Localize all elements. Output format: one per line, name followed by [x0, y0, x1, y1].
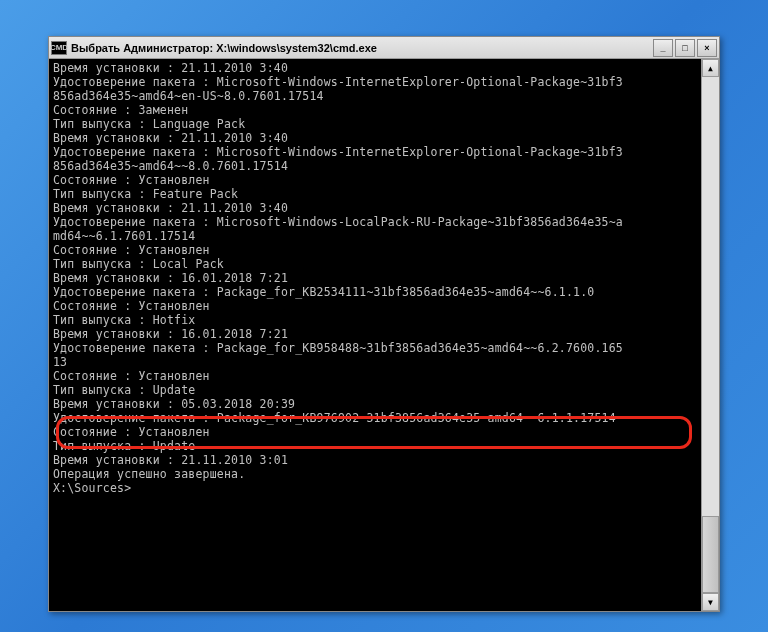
terminal-line: 13: [53, 355, 697, 369]
terminal-line: Время установки : 21.11.2010 3:40: [53, 61, 697, 75]
terminal-line: 856ad364e35~amd64~~8.0.7601.17514: [53, 159, 697, 173]
scroll-down-button[interactable]: ▼: [702, 593, 719, 611]
terminal-line: Удостоверение пакета : Package_for_KB958…: [53, 341, 697, 355]
terminal-line: Удостоверение пакета : Microsoft-Windows…: [53, 215, 697, 229]
terminal-line: Тип выпуска : Local Pack: [53, 257, 697, 271]
window-title: Выбрать Администратор: X:\windows\system…: [71, 42, 653, 54]
terminal-output[interactable]: Время установки : 21.11.2010 3:40Удостов…: [49, 59, 701, 611]
scroll-track[interactable]: [702, 77, 719, 593]
terminal-area: Время установки : 21.11.2010 3:40Удостов…: [49, 59, 719, 611]
terminal-line: Время установки : 16.01.2018 7:21: [53, 271, 697, 285]
scrollbar[interactable]: ▲ ▼: [701, 59, 719, 611]
terminal-line: Время установки : 21.11.2010 3:01: [53, 453, 697, 467]
scroll-up-button[interactable]: ▲: [702, 59, 719, 77]
terminal-line: md64~~6.1.7601.17514: [53, 229, 697, 243]
terminal-line: Время установки : 21.11.2010 3:40: [53, 131, 697, 145]
terminal-line: Время установки : 21.11.2010 3:40: [53, 201, 697, 215]
terminal-line: Удостоверение пакета : Microsoft-Windows…: [53, 75, 697, 89]
terminal-line: Состояние : Заменен: [53, 103, 697, 117]
terminal-line: Тип выпуска : Language Pack: [53, 117, 697, 131]
terminal-line: Тип выпуска : Hotfix: [53, 313, 697, 327]
terminal-line: Время установки : 05.03.2018 20:39: [53, 397, 697, 411]
terminal-line: Операция успешно завершена.: [53, 467, 697, 481]
terminal-line: Удостоверение пакета : Package_for_KB253…: [53, 285, 697, 299]
window-controls: _ □ ×: [653, 39, 717, 57]
maximize-button[interactable]: □: [675, 39, 695, 57]
close-button[interactable]: ×: [697, 39, 717, 57]
terminal-line: Тип выпуска : Update: [53, 383, 697, 397]
titlebar[interactable]: CMD Выбрать Администратор: X:\windows\sy…: [49, 37, 719, 59]
terminal-line: 856ad364e35~amd64~en-US~8.0.7601.17514: [53, 89, 697, 103]
terminal-line: Состояние : Установлен: [53, 425, 697, 439]
scroll-thumb[interactable]: [702, 516, 719, 593]
terminal-line: Время установки : 16.01.2018 7:21: [53, 327, 697, 341]
terminal-line: X:\Sources>: [53, 481, 697, 495]
cmd-window: CMD Выбрать Администратор: X:\windows\sy…: [48, 36, 720, 612]
terminal-line: Удостоверение пакета : Microsoft-Windows…: [53, 145, 697, 159]
terminal-line: Состояние : Установлен: [53, 173, 697, 187]
terminal-line: Состояние : Установлен: [53, 369, 697, 383]
minimize-button[interactable]: _: [653, 39, 673, 57]
cmd-icon: CMD: [51, 41, 67, 55]
terminal-line: Тип выпуска : Update: [53, 439, 697, 453]
terminal-line: Удостоверение пакета : Package_for_KB976…: [53, 411, 697, 425]
terminal-line: Состояние : Установлен: [53, 299, 697, 313]
terminal-line: Состояние : Установлен: [53, 243, 697, 257]
terminal-line: Тип выпуска : Feature Pack: [53, 187, 697, 201]
